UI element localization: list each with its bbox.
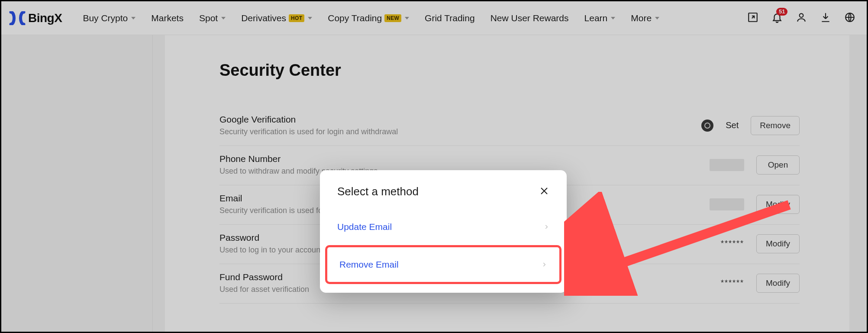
nav-markets[interactable]: Markets [151,13,184,23]
chevron-down-icon [308,17,312,19]
nav-grid-trading[interactable]: Grid Trading [425,13,475,23]
row-label: Phone Number [219,154,710,164]
bingx-logo-icon [9,11,26,25]
svg-point-1 [800,13,803,17]
nav-label: Learn [584,13,608,23]
nav-copy-trading[interactable]: Copy Trading NEW [328,13,409,23]
status-text: Set [726,120,739,130]
user-icon[interactable] [796,12,807,25]
new-badge: NEW [384,14,401,22]
nav-label: Grid Trading [425,13,475,23]
chevron-down-icon [655,17,659,19]
modal-option-label: Update Email [337,222,392,232]
row-label: Google Verification [219,114,701,125]
masked-stars: ****** [721,239,744,248]
nav-label: Spot [199,13,218,23]
chevron-down-icon [131,17,136,19]
wallet-icon[interactable] [747,12,758,25]
close-icon[interactable] [539,186,549,198]
nav-buy-crypto[interactable]: Buy Crypto [83,13,136,23]
top-navbar: BingX Buy Crypto Markets Spot Derivative… [1,1,867,35]
nav-label: More [631,13,652,23]
chevron-right-icon [541,259,547,270]
row-google-verification: Google Verification Security verificatio… [219,107,800,146]
globe-icon[interactable] [844,12,855,25]
nav-learn[interactable]: Learn [584,13,616,23]
masked-value [710,198,744,210]
hot-badge: HOT [289,14,304,22]
open-button[interactable]: Open [756,155,800,175]
chevron-down-icon [611,17,615,19]
masked-stars: ****** [721,278,744,288]
notifications-icon[interactable]: 51 [771,12,783,25]
svg-point-3 [705,123,710,128]
page-title: Security Center [219,61,800,80]
nav-label: Copy Trading [328,13,382,23]
modal-option-label: Remove Email [339,259,399,270]
nav-label: Buy Crypto [83,13,128,23]
remove-button[interactable]: Remove [751,116,800,135]
authenticator-icon [701,120,713,132]
modify-button[interactable]: Modify [756,234,800,253]
modify-button[interactable]: Modify [756,195,800,214]
main-nav: Buy Crypto Markets Spot Derivatives HOT … [83,13,659,23]
download-icon[interactable] [820,12,831,25]
modal-option-update-email[interactable]: Update Email [320,211,567,242]
nav-spot[interactable]: Spot [199,13,226,23]
nav-derivatives[interactable]: Derivatives HOT [241,13,312,23]
sidebar [1,35,153,332]
modal-option-remove-email[interactable]: Remove Email [325,245,561,284]
chevron-down-icon [405,17,409,19]
notification-count-badge: 51 [776,8,787,16]
nav-new-user-rewards[interactable]: New User Rewards [490,13,569,23]
select-method-modal: Select a method Update Email Remove Emai… [320,170,567,293]
nav-label: Markets [151,13,184,23]
chevron-right-icon [543,222,549,232]
brand-name: BingX [28,11,62,25]
nav-label: New User Rewards [490,13,569,23]
nav-more[interactable]: More [631,13,659,23]
brand-logo[interactable]: BingX [9,11,62,25]
modal-title: Select a method [337,185,419,198]
modify-button[interactable]: Modify [756,274,800,293]
chevron-down-icon [221,17,226,19]
masked-value [710,159,744,171]
topbar-actions: 51 [747,12,855,25]
nav-label: Derivatives [241,13,286,23]
row-desc: Security verification is used for login … [219,127,701,136]
